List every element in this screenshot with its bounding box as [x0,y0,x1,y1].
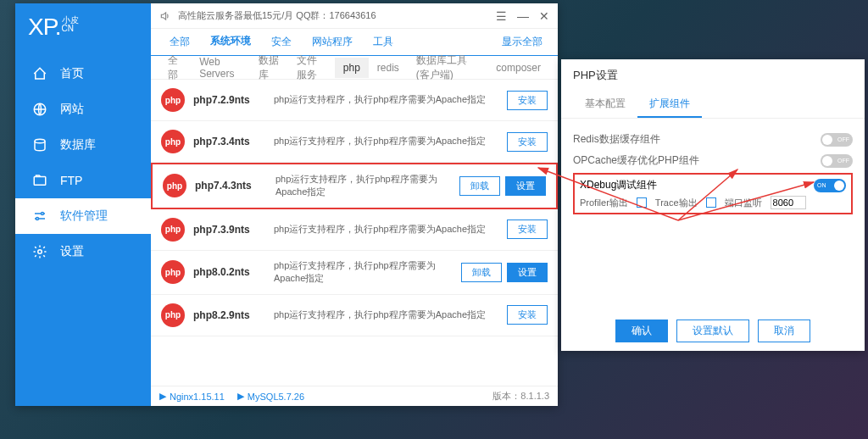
logo: XP.小皮CN [15,3,151,56]
panel-footer: 确认 设置默认 取消 [561,311,865,351]
list-item: php php7.3.4nts php运行支持程序，执行php程序需要为Apac… [151,121,558,163]
nav-ftp[interactable]: FTP [15,163,151,198]
status-version: 版本：8.1.1.3 [492,390,549,403]
globe-icon [32,102,47,117]
version-name: php8.2.9nts [193,309,265,321]
panel-body: Redis数据缓存组件 OFF OPCache缓存优化PHP组件 OFF XDe… [561,119,865,311]
list-item: php php7.2.9nts php运行支持程序，执行php程序需要为Apac… [151,80,558,121]
nav-website[interactable]: 网站 [15,92,151,127]
show-all-link[interactable]: 显示全部 [495,35,549,49]
port-label: 端口监听 [725,197,762,209]
php-icon: php [161,260,185,284]
php-icon: php [161,130,185,153]
window-controls: ☰ — ✕ [496,9,549,23]
subtab-webservers[interactable]: Web Servers [191,52,250,84]
close-button[interactable]: ✕ [539,9,549,23]
confirm-button[interactable]: 确认 [615,320,668,342]
main-application-window: XP.小皮CN 首页 网站 数据库 FTP 软件管理 设置 高性 [15,3,558,406]
setting-label: Redis数据缓存组件 [573,132,660,147]
subtab-composer[interactable]: composer [487,58,549,78]
php-icon: php [161,303,185,327]
sub-tabs: 全部 Web Servers 数据库 文件服务 php redis 数据库工具(… [151,56,558,80]
install-button[interactable]: 安装 [507,220,548,239]
panel-tabs: 基本配置 扩展组件 [561,92,865,119]
svg-rect-2 [34,177,46,186]
speaker-icon [159,10,171,22]
nav-label: 网站 [60,102,84,117]
gear-icon [32,244,47,259]
trace-label: Trace输出 [655,197,698,209]
opcache-toggle[interactable]: OFF [821,154,853,168]
profiler-checkbox[interactable] [637,197,647,208]
svg-point-3 [42,213,44,215]
php-icon: php [161,88,185,112]
php-icon: php [161,218,185,242]
list-item: php php7.3.9nts php运行支持程序，执行php程序需要为Apac… [151,209,558,251]
version-desc: php运行支持程序，执行php程序需要为Apache指定 [274,135,498,147]
sliders-icon [32,208,47,224]
xdebug-toggle[interactable]: ON [814,179,846,192]
subtab-redis[interactable]: redis [369,58,408,78]
setting-opcache: OPCache缓存优化PHP组件 OFF [573,150,853,171]
nav-software[interactable]: 软件管理 [15,198,151,234]
nav-home[interactable]: 首页 [15,56,151,92]
svg-point-4 [36,218,39,220]
minimize-button[interactable]: — [517,9,529,23]
statusbar: ▶ Nginx1.15.11 ▶ MySQL5.7.26 版本：8.1.1.3 [151,386,558,406]
install-button[interactable]: 安装 [507,132,548,152]
panel-title: PHP设置 [561,59,865,92]
sidebar: XP.小皮CN 首页 网站 数据库 FTP 软件管理 设置 [15,3,151,406]
svg-point-5 [38,250,42,254]
menu-button[interactable]: ☰ [496,9,507,23]
port-input[interactable] [771,196,806,209]
status-mysql[interactable]: ▶ MySQL5.7.26 [237,391,304,402]
nav-label: 设置 [60,244,84,259]
svg-point-1 [35,139,45,143]
subtab-php[interactable]: php [335,58,369,78]
software-list: php php7.2.9nts php运行支持程序，执行php程序需要为Apac… [151,80,558,386]
profiler-label: Profiler输出 [580,197,628,209]
trace-checkbox[interactable] [706,197,716,208]
nav-settings[interactable]: 设置 [15,234,151,270]
version-name: php8.0.2nts [193,266,265,278]
php-settings-panel: PHP设置 基本配置 扩展组件 Redis数据缓存组件 OFF OPCache缓… [561,59,865,351]
version-name: php7.4.3nts [195,180,267,192]
panel-tab-basic[interactable]: 基本配置 [573,92,637,118]
version-desc: php运行支持程序，执行php程序需要为Apache指定 [274,308,498,321]
list-item: php php8.2.9nts php运行支持程序，执行php程序需要为Apac… [151,295,558,336]
logo-text: XP. [28,14,61,40]
uninstall-button[interactable]: 卸载 [461,263,502,282]
xdebug-section: XDebug调试组件 ON Profiler输出 Trace输出 端口监听 [573,173,853,214]
version-desc: php运行支持程序，执行php程序需要为Apache指定 [274,259,453,286]
folder-icon [32,173,47,188]
settings-button[interactable]: 设置 [505,176,546,196]
version-desc: php运行支持程序，执行php程序需要为Apache指定 [274,223,498,236]
nav-database[interactable]: 数据库 [15,127,151,163]
uninstall-button[interactable]: 卸载 [459,176,500,196]
install-button[interactable]: 安装 [507,91,548,110]
nav-label: 首页 [60,66,84,81]
nav-label: 软件管理 [60,208,108,224]
home-icon [32,66,47,81]
settings-button[interactable]: 设置 [507,263,548,282]
titlebar-text: 高性能云服务器最低15元/月 QQ群：176643616 [178,9,376,22]
setting-label: OPCache缓存优化PHP组件 [573,153,699,168]
version-name: php7.2.9nts [193,94,265,106]
cancel-button[interactable]: 取消 [758,320,810,342]
redis-toggle[interactable]: OFF [821,133,853,147]
nav-label: FTP [60,174,82,187]
database-icon [32,137,47,153]
default-button[interactable]: 设置默认 [676,320,749,342]
install-button[interactable]: 安装 [507,305,548,325]
version-desc: php运行支持程序，执行php程序需要为Apache指定 [275,173,451,199]
list-item: php php7.4.3nts php运行支持程序，执行php程序需要为Apac… [151,163,558,209]
status-nginx[interactable]: ▶ Nginx1.15.11 [159,391,225,402]
setting-label: XDebug调试组件 [580,178,657,192]
content-area: 高性能云服务器最低15元/月 QQ群：176643616 ☰ — ✕ 全部 系统… [151,3,558,406]
nav-label: 数据库 [60,137,96,153]
panel-tab-extensions[interactable]: 扩展组件 [637,92,702,118]
setting-redis: Redis数据缓存组件 OFF [573,129,853,150]
version-name: php7.3.9nts [193,224,265,236]
version-name: php7.3.4nts [193,136,265,147]
tab-tools[interactable]: 工具 [363,28,403,56]
